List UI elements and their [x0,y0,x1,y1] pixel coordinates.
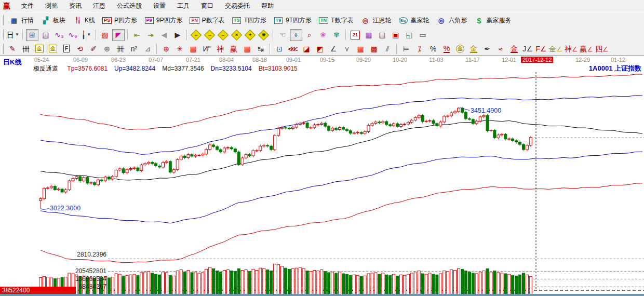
diamond-left-icon[interactable]: ← [190,29,203,41]
module-button-sectors[interactable]: ▞板块 [37,14,69,27]
diamond-x-icon[interactable]: × [231,29,243,41]
measure-icon[interactable]: ⌕ [303,29,316,41]
v-lines-icon[interactable]: ⋎ [341,43,353,55]
ying-grid-icon[interactable]: 赢 [227,43,240,55]
next-bar-icon[interactable]: ▶ [171,29,184,41]
module-button-quotes[interactable]: ▦行情 [6,14,37,27]
calculator-icon[interactable]: ▦ [363,29,375,41]
indicator-list-icon[interactable]: ⊨ [400,43,412,55]
tick-ruler2-icon[interactable]: 卌 [114,43,127,55]
menu-item-settings[interactable]: 设置 [147,2,171,10]
module-button-p-number-table[interactable]: PNP数字表 [186,14,229,27]
menu-item-trade-order[interactable]: 交易委托 [219,2,256,10]
module-button-winner-wheel[interactable]: Big赢家轮 [395,14,433,27]
date-tick: 09-01 [278,57,309,63]
box-lines-icon[interactable]: ⊡ [273,43,286,55]
gold-wave-icon[interactable]: ≈ [494,43,507,55]
gold-ruler2-icon[interactable]: 金 [47,43,59,55]
wave-3-icon[interactable]: ∿₃ [53,29,65,41]
red-brush-icon[interactable]: ✐ [87,43,100,55]
menu-item-gann[interactable]: 江恩 [87,2,111,10]
crosshair-icon[interactable]: + [290,29,302,41]
module-button-p-square[interactable]: PSP四方形 [99,14,141,27]
color-chart-icon[interactable]: ◤ [112,29,125,41]
red-grid-arrow-icon[interactable]: ▩ [368,43,380,55]
percent-ruler-icon[interactable]: ⁒ [413,43,426,55]
overlay-chart-icon[interactable]: ⊞ [26,29,38,41]
percent-icon[interactable]: % [427,43,439,55]
chart-area[interactable]: 日K线 极反通道 Tp=3576.6081Up=3482.8244Md=3377… [0,55,644,294]
menu-item-tools[interactable]: 工具 [171,2,195,10]
calendar-21-icon[interactable]: 21 [349,29,361,41]
module-button-9p-square[interactable]: P99P四方形 [141,14,186,27]
gold-line-icon[interactable]: 金 [467,43,480,55]
module-button-t-square[interactable]: TST四方形 [229,14,270,27]
pan-hand-icon[interactable]: ☜ [276,29,289,41]
wave-mark-icon[interactable]: И" [200,43,213,55]
percent-line-icon[interactable]: % [440,43,453,55]
last-bar-icon[interactable]: ⇥ [144,29,157,41]
date-tick: 09-29 [348,57,379,63]
gold-circle-icon[interactable]: 金 [454,43,466,55]
diamond-plus-icon[interactable]: + [244,29,257,41]
module-button-gann-wheel[interactable]: ◎江恩轮 [357,14,395,27]
export-globe-icon[interactable]: ◱ [403,29,415,41]
mirror-angle-icon[interactable]: ⊿ [141,43,154,55]
print-icon[interactable]: ▭ [417,29,429,41]
info-panel-icon[interactable]: ▤ [39,29,52,41]
module-button-t-number-table[interactable]: TNT数字表 [315,14,357,27]
menu-item-window[interactable]: 窗口 [195,2,219,10]
star-grid-icon[interactable]: ✳ [173,43,186,55]
spiral-icon[interactable]: ⟲ [74,43,86,55]
diamond-right-icon[interactable]: → [204,29,216,41]
fan-lines-icon[interactable]: ⋘ [287,43,299,55]
box-fan-icon[interactable]: ◪ [300,43,313,55]
shen-angle-icon[interactable]: 神∠ [564,43,579,55]
f-angle-icon[interactable]: F∠ [535,43,547,55]
menu-item-file[interactable]: 文件 [16,2,39,10]
module-button-kline[interactable]: ╿╽K线 [69,14,99,27]
kline-chart-canvas[interactable] [0,56,644,294]
candle-style-button[interactable]: ╽▼ [80,29,92,41]
pen-icon[interactable]: ✒ [481,43,493,55]
save-icon[interactable]: ▣ [390,29,402,41]
box-fan2-icon[interactable]: ◩ [314,43,326,55]
diamond-lr-icon[interactable]: ↔ [217,29,230,41]
wave-9-icon[interactable]: ∿₉ [66,29,79,41]
diamond-all-icon[interactable]: ✳ [258,29,270,41]
pattern-box-icon[interactable]: ▨ [99,29,111,41]
span-arrows-icon[interactable]: ↹ [254,43,267,55]
angle-lines-icon[interactable]: ∠ [327,43,340,55]
menu-item-browse[interactable]: 浏览 [39,2,63,10]
wave-tool-icon[interactable]: ✾ [330,29,343,41]
j-angle-icon[interactable]: J∠ [521,43,534,55]
module-button-winner-service[interactable]: $赢家服务 [471,14,515,27]
first-bar-icon[interactable]: ⇤ [131,29,143,41]
memo-icon[interactable]: ▤ [376,29,388,41]
circle-cross-icon[interactable]: ⊕ [160,43,172,55]
period-day-button[interactable]: 日▼ [6,29,20,41]
menu-item-help[interactable]: 帮助 [256,2,279,10]
prev-bar-icon[interactable]: ◀ [158,29,170,41]
n2-ruler-icon[interactable]: n² [128,43,140,55]
toolbar-separator [345,30,346,40]
grid-123-icon[interactable]: ▦ [241,43,253,55]
tick-ruler-icon[interactable]: 卌 [20,43,32,55]
gold-ruler1-icon[interactable]: 金 [33,43,46,55]
shen-grid-icon[interactable]: 神 [214,43,226,55]
f-ruler-icon[interactable]: F [60,43,73,55]
module-button-9t-square[interactable]: T99T四方形 [270,14,315,27]
four-angle-icon[interactable]: 四∠ [595,43,609,55]
time-circle-icon[interactable]: ⊕ [101,43,113,55]
brush-tool-icon[interactable]: ✎ [6,43,19,55]
parallel-lines-icon[interactable]: ⫽ [381,43,394,55]
menu-item-news[interactable]: 资讯 [63,2,87,10]
spider-grid-icon[interactable]: ▦ [187,43,199,55]
ying-angle-icon[interactable]: 赢∠ [579,43,594,55]
gold-section-icon[interactable]: 金 [508,43,520,55]
module-button-hexagon[interactable]: ◎六角形 [433,14,471,27]
red-grid-icon[interactable]: ▦ [354,43,367,55]
gann-flower-icon[interactable]: ❀ [317,29,329,41]
menu-item-formula-stock-pick[interactable]: 公式选股 [111,2,147,10]
gold-angle-icon[interactable]: 金∠ [548,43,563,55]
